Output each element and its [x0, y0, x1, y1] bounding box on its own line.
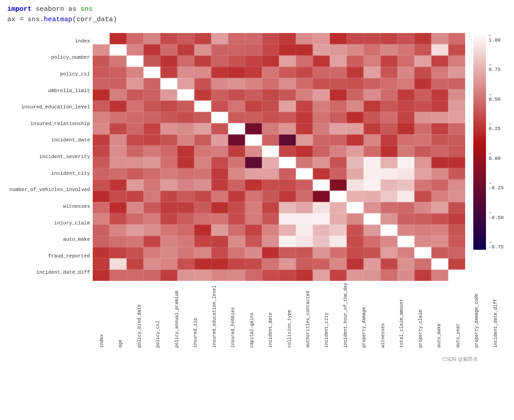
colorbar-tick-label: – -0.50	[489, 210, 505, 220]
y-axis-label: index	[75, 39, 90, 44]
colorbar-tick-label: – -0.75	[489, 240, 505, 250]
y-axis-label: witnesses	[63, 204, 90, 209]
keyword-import: import	[7, 5, 32, 13]
x-axis-label: incident_date_diff	[486, 283, 505, 350]
heatmap-with-yaxis: indexpolicy_numberpolicy_cslumbrella_lim…	[5, 33, 505, 281]
y-axis-label: incident_city	[51, 171, 90, 176]
y-axis-labels: indexpolicy_numberpolicy_cslumbrella_lim…	[5, 33, 93, 281]
x-axis-label: policy_annual_premium	[168, 283, 186, 350]
colorbar-gradient	[473, 33, 486, 250]
y-axis-label: incident_date_diff	[36, 270, 90, 275]
x-axis-label: capital-gains	[243, 283, 261, 350]
x-axis-label: auto_year	[449, 283, 467, 350]
y-axis-label: incident_severity	[39, 154, 90, 159]
watermark: CSDN @紫昂张	[0, 354, 514, 363]
x-axis-label: incident_date	[261, 283, 280, 350]
colorbar-tick-label: – 0.00	[489, 151, 505, 161]
y-axis-label: injury_claim	[54, 221, 90, 226]
code-line-2: ax = sns.heatmap(corr_data)	[7, 15, 507, 25]
y-axis-label: number_of_vehicles_involved	[9, 187, 90, 192]
heatmap-grid	[93, 33, 465, 281]
y-axis-label: incident_date	[51, 138, 90, 143]
x-axis-label: insured_zip	[186, 283, 205, 350]
code-line-1: import seaborn as sns	[7, 5, 507, 15]
colorbar-tick-label: – 0.75	[489, 62, 505, 72]
colorbar-tick-label: – 1.00	[489, 33, 505, 43]
heatmap-and-colorbar: – 1.00– 0.75– 0.50– 0.25– 0.00– -0.25– -…	[93, 33, 505, 281]
x-axis-label: incident_city	[317, 283, 336, 350]
y-axis-label: auto_make	[63, 237, 90, 242]
x-axis-label: auto_make	[430, 283, 448, 350]
y-axis-label: policy_csl	[60, 72, 90, 77]
code-block: import seaborn as sns ax = sns.heatmap(c…	[0, 0, 514, 28]
x-axis-label: age	[111, 283, 130, 350]
x-axis-label: property_damage	[355, 283, 373, 350]
colorbar-tick-label: – -0.25	[489, 181, 505, 191]
y-axis-label: fraud_reported	[48, 254, 90, 259]
x-axis-label: total_claim_amount	[392, 283, 411, 350]
x-axis-label: incident_hour_of_the_day	[336, 283, 355, 350]
x-axis-label: witnesses	[374, 283, 392, 350]
x-axis-label: policy_bind_date	[130, 283, 149, 350]
x-axis-label: property_damage_code	[467, 283, 486, 350]
y-axis-label: insured_relationship	[30, 121, 90, 126]
chart-container: indexpolicy_numberpolicy_cslumbrella_lim…	[0, 28, 514, 354]
y-axis-label: policy_number	[51, 55, 90, 60]
colorbar-tick-label: – 0.25	[489, 121, 505, 131]
x-axis-label: collision_type	[280, 283, 299, 350]
x-axis-label: authorities_contacted	[299, 283, 317, 350]
heatmap-area: indexpolicy_numberpolicy_cslumbrella_lim…	[5, 33, 505, 350]
colorbar-ticks: – 1.00– 0.75– 0.50– 0.25– 0.00– -0.25– -…	[489, 33, 505, 250]
x-axis-label: insured_hobbies	[224, 283, 242, 350]
heatmap-canvas	[93, 33, 465, 281]
x-axis-label: index	[93, 283, 111, 350]
x-axis-label: insured_education_level	[205, 283, 224, 350]
y-axis-label: umbrella_limit	[48, 89, 90, 93]
colorbar: – 1.00– 0.75– 0.50– 0.25– 0.00– -0.25– -…	[473, 33, 505, 281]
x-axis-label: policy_csl	[149, 283, 167, 350]
y-axis-label: insured_education_level	[21, 105, 90, 110]
x-axis-label: property_claim	[411, 283, 430, 350]
colorbar-tick-label: – 0.50	[489, 92, 505, 102]
x-axis-labels: indexagepolicy_bind_datepolicy_cslpolicy…	[93, 281, 505, 350]
